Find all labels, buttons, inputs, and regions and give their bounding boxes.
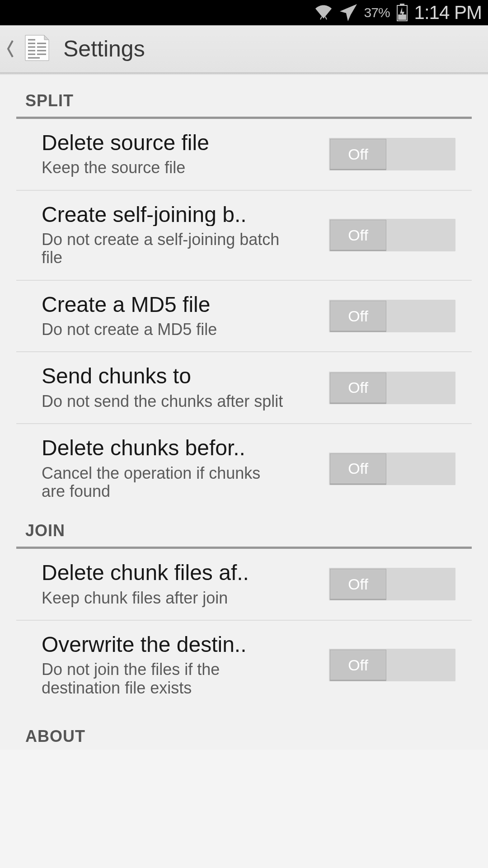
toggle-send-chunks[interactable]: Off: [329, 372, 455, 404]
toggle-create-self-joining[interactable]: Off: [329, 219, 455, 251]
setting-row-overwrite-destination[interactable]: Overwrite the destin.. Do not join the f…: [16, 621, 472, 710]
setting-title: Delete chunk files af..: [42, 561, 286, 584]
setting-row-create-self-joining[interactable]: Create self-joining b.. Do not create a …: [16, 191, 472, 281]
toggle-thumb: Off: [330, 453, 386, 484]
wifi-icon: [314, 5, 333, 20]
app-icon[interactable]: [21, 33, 53, 65]
setting-subtitle: Do not send the chunks after split: [42, 392, 286, 410]
toggle-thumb: Off: [330, 301, 386, 331]
toggle-overwrite-destination[interactable]: Off: [329, 649, 455, 681]
section-header-about: ABOUT: [0, 710, 488, 750]
toggle-create-md5[interactable]: Off: [329, 300, 455, 332]
setting-subtitle: Do not create a MD5 file: [42, 321, 286, 339]
toggle-thumb: Off: [330, 139, 386, 170]
settings-content: SPLIT Delete source file Keep the source…: [0, 75, 488, 750]
setting-row-delete-source[interactable]: Delete source file Keep the source file …: [16, 119, 472, 191]
toggle-delete-source[interactable]: Off: [329, 138, 455, 170]
battery-charging-icon: [396, 4, 408, 22]
setting-title: Send chunks to: [42, 365, 286, 387]
setting-title: Create self-joining b..: [42, 203, 286, 226]
setting-title: Overwrite the destin..: [42, 633, 286, 656]
svg-marker-4: [44, 35, 49, 40]
svg-rect-1: [400, 4, 404, 5]
setting-title: Delete chunks befor..: [42, 437, 286, 459]
battery-percent: 37%: [364, 5, 390, 20]
setting-row-delete-chunk-files-after[interactable]: Delete chunk files af.. Keep chunk files…: [16, 549, 472, 621]
status-bar: 37% 1:14 PM: [0, 0, 488, 25]
setting-title: Create a MD5 file: [42, 293, 286, 316]
setting-title: Delete source file: [42, 132, 286, 154]
setting-row-delete-chunks-before[interactable]: Delete chunks befor.. Cancel the operati…: [16, 424, 472, 513]
airplane-icon: [339, 3, 358, 22]
toggle-thumb: Off: [330, 220, 386, 250]
toggle-thumb: Off: [330, 569, 386, 599]
page-title: Settings: [63, 36, 145, 62]
toggle-delete-chunks-before[interactable]: Off: [329, 453, 455, 485]
action-bar: Settings: [0, 25, 488, 73]
setting-row-create-md5[interactable]: Create a MD5 file Do not create a MD5 fi…: [16, 281, 472, 353]
setting-subtitle: Do not create a self-joining batch file: [42, 231, 286, 267]
toggle-thumb: Off: [330, 650, 386, 680]
toggle-delete-chunk-files-after[interactable]: Off: [329, 568, 455, 600]
setting-subtitle: Keep the source file: [42, 159, 286, 177]
section-header-split: SPLIT: [0, 83, 488, 114]
clock-time: 1:14 PM: [414, 2, 482, 24]
back-icon[interactable]: [5, 38, 16, 60]
toggle-thumb: Off: [330, 373, 386, 403]
setting-row-send-chunks[interactable]: Send chunks to Do not send the chunks af…: [16, 352, 472, 424]
setting-subtitle: Keep chunk files after join: [42, 589, 286, 607]
setting-subtitle: Do not join the files if the destination…: [42, 660, 286, 697]
section-header-join: JOIN: [0, 513, 488, 544]
setting-subtitle: Cancel the operation if chunks are found: [42, 464, 286, 501]
